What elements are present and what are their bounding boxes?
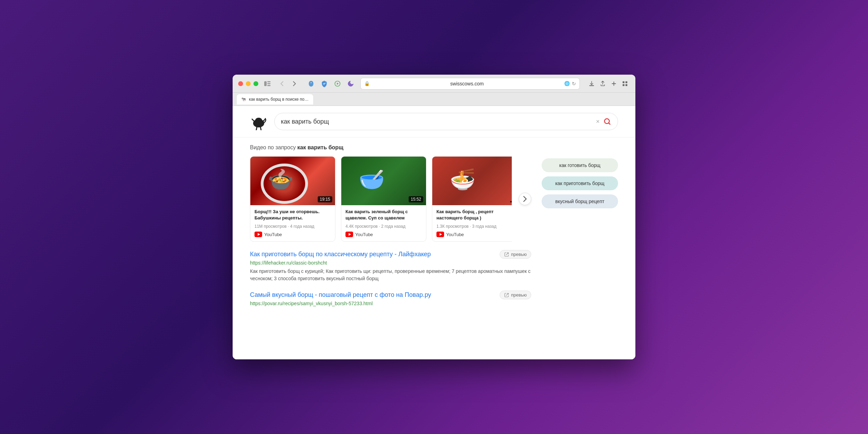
video-meta: 4.4К просмотров · 2 года назад [345,224,422,229]
video-duration: 15:52 [409,196,423,202]
svg-point-11 [255,118,262,123]
media-icon-button[interactable] [332,78,343,89]
svg-point-13 [259,119,261,121]
tab-bar: 🐄 как варить борщ в поиске по разделу Ве… [233,93,635,106]
preview-button[interactable]: превью [500,291,531,299]
traffic-lights [238,81,258,86]
maximize-button[interactable] [253,81,258,86]
svg-line-14 [252,119,254,121]
svg-line-15 [263,119,265,121]
download-button[interactable] [587,79,596,89]
suggestion-button-3[interactable]: вкусный борщ рецепт [542,194,618,208]
share-button[interactable] [598,79,608,89]
videos-container: 19:15 Борщ!!! За уши не оторвешь. Бабушк… [250,156,531,242]
video-source: YouTube [436,232,512,237]
minimize-button[interactable] [246,81,251,86]
video-source: YouTube [254,232,331,237]
svg-rect-0 [264,81,267,86]
active-tab[interactable]: 🐄 как варить борщ в поиске по разделу Ве… [237,94,313,105]
video-info: Как варить зеленый борщ с щавелем. Суп с… [341,205,426,241]
search-box[interactable]: × [274,113,618,130]
svg-rect-2 [267,83,270,84]
tab-favicon: 🐄 [241,97,246,102]
translate-icon: 🌐 [564,81,570,86]
theme-icon-button[interactable] [345,78,356,89]
video-thumbnail [432,157,512,205]
video-meta: 11М просмотров · 4 года назад [254,224,331,229]
url-text[interactable]: swisscows.com [373,81,561,86]
video-meta: 1.3К просмотров · 3 года назад [436,224,512,229]
sidebar-toggle-button[interactable] [262,79,272,89]
lock-icon: 🔒 [364,81,370,86]
video-thumbnail: 19:15 [250,157,335,205]
svg-line-16 [256,127,257,130]
video-title: Борщ!!! За уши не оторвешь. Бабушкины ре… [254,209,331,221]
search-submit-icon[interactable] [603,117,611,126]
svg-line-17 [260,127,261,130]
suggestion-button-2[interactable]: как приготовить борщ [542,176,618,190]
youtube-icon [345,232,353,237]
page-content: × Видео по запросу как варить борщ [233,106,635,359]
new-tab-button[interactable] [609,79,619,89]
tab-title: как варить борщ в поиске по разделу Веб … [249,97,309,102]
search-clear-button[interactable]: × [596,118,600,125]
preview-button[interactable]: превью [500,250,531,259]
video-title: Как варить борщ , рецепт настоящего борщ… [436,209,512,221]
search-input[interactable] [281,118,592,125]
main-content: Видео по запросу как варить борщ 19:15 Б… [233,137,635,322]
browser-window: 🔒 swisscows.com 🌐 ↻ 🐄 как [233,75,635,359]
nav-controls [276,78,300,89]
back-button[interactable] [276,78,287,89]
result-item: Как приготовить борщ по классическому ре… [250,250,531,282]
result-header: Как приготовить борщ по классическому ре… [250,250,531,259]
youtube-label: YouTube [355,232,373,237]
title-bar: 🔒 swisscows.com 🌐 ↻ [233,75,635,93]
toolbar-right [587,79,630,89]
video-cards: 19:15 Борщ!!! За уши не оторвешь. Бабушк… [250,156,512,242]
video-thumbnail: 15:52 [341,157,426,205]
svg-rect-7 [626,81,627,83]
video-info: Борщ!!! За уши не оторвешь. Бабушкины ре… [250,205,335,241]
video-source: YouTube [345,232,422,237]
video-card[interactable]: 19:15 Борщ!!! За уши не оторвешь. Бабушк… [250,156,335,242]
results-area: Видео по запросу как варить борщ 19:15 Б… [250,144,531,315]
video-title: Как варить зеленый борщ с щавелем. Суп с… [345,209,422,221]
reload-icon[interactable]: ↻ [572,81,576,86]
privacy-icon-button[interactable] [306,78,317,89]
forward-button[interactable] [289,78,300,89]
result-url: https://lifehacker.ru/classic-borshcht [250,260,531,266]
web-results: Как приготовить борщ по классическому ре… [250,250,531,306]
result-snippet: Как приготовить борщ с курицей; Как приг… [250,268,531,282]
videos-section: Видео по запросу как варить борщ 19:15 Б… [250,144,531,242]
browser-toolbar-icons [306,78,356,89]
carousel-next-button[interactable] [519,193,531,205]
section-title: Видео по запросу как варить борщ [250,144,531,151]
youtube-label: YouTube [264,232,282,237]
result-title[interactable]: Как приготовить борщ по классическому ре… [250,251,495,258]
close-button[interactable] [238,81,243,86]
video-info: Как варить борщ , рецепт настоящего борщ… [432,205,512,241]
svg-point-12 [257,119,259,121]
logo[interactable] [250,113,267,130]
result-url: https://povar.ru/recipes/samyi_vkusnyi_b… [250,301,531,306]
youtube-icon [436,232,444,237]
address-icons: 🌐 ↻ [564,81,576,86]
svg-rect-6 [623,81,624,83]
result-item: Самый вкусный борщ - пошаговый рецепт с … [250,291,531,306]
result-header: Самый вкусный борщ - пошаговый рецепт с … [250,291,531,299]
youtube-label: YouTube [446,232,464,237]
svg-rect-1 [267,81,270,82]
svg-rect-9 [626,84,627,86]
svg-rect-3 [267,85,270,86]
shield-icon-button[interactable] [319,78,330,89]
address-bar[interactable]: 🔒 swisscows.com 🌐 ↻ [360,78,580,90]
suggestion-button-1[interactable]: как готовить борщ [542,158,618,172]
svg-rect-8 [623,84,624,86]
video-card[interactable]: Как варить борщ , рецепт настоящего борщ… [432,156,512,242]
sidebar: как готовить борщ как приготовить борщ в… [542,144,618,315]
result-title[interactable]: Самый вкусный борщ - пошаговый рецепт с … [250,291,495,299]
grid-view-button[interactable] [620,79,630,89]
video-card[interactable]: 15:52 Как варить зеленый борщ с щавелем.… [341,156,426,242]
video-duration: 19:15 [318,196,332,202]
search-header: × [233,106,635,137]
